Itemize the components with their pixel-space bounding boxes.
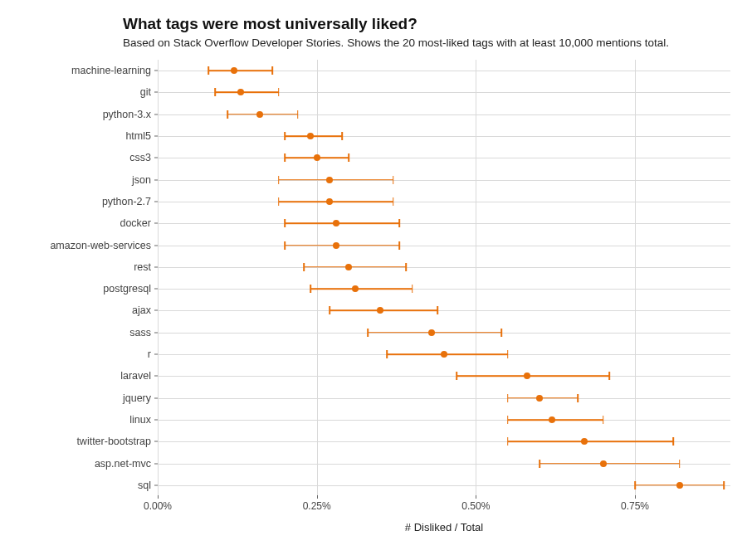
plot-area: 0.00%0.25%0.50%0.75%machine-learninggitp… — [158, 59, 730, 519]
errorbar-line — [208, 70, 272, 71]
y-tick-mark — [154, 332, 158, 333]
y-tick-label: r — [18, 348, 151, 360]
errorbar-cap — [393, 197, 394, 206]
y-tick-label: postgresql — [18, 283, 151, 295]
errorbar-cap — [456, 372, 458, 380]
y-tick-label: asp.net-mvc — [18, 458, 151, 470]
data-point — [326, 177, 333, 183]
errorbar-cap — [399, 241, 401, 250]
x-tick-label: 0.00% — [144, 500, 172, 512]
errorbar-cap — [386, 350, 388, 358]
errorbar-cap — [285, 241, 286, 250]
y-tick-label: linux — [18, 414, 151, 426]
y-tick-mark — [154, 441, 158, 442]
y-tick-label: html5 — [18, 130, 151, 142]
y-tick-label: laravel — [18, 370, 151, 382]
y-tick-label: python-3.x — [18, 109, 151, 120]
y-tick-label: machine-learning — [18, 65, 151, 76]
y-tick-mark — [154, 223, 158, 224]
errorbar-line — [540, 463, 680, 465]
data-point — [231, 67, 237, 74]
errorbar-cap — [672, 437, 674, 446]
y-tick-label: jquery — [18, 392, 151, 404]
errorbar-line — [508, 441, 673, 442]
errorbar-cap — [329, 306, 330, 314]
errorbar-cap — [367, 329, 369, 337]
data-point — [428, 329, 435, 336]
y-tick-mark — [154, 485, 158, 485]
x-axis-label: # Disliked / Total — [405, 521, 483, 533]
chart-subtitle: Based on Stack Overflow Developer Storie… — [123, 37, 730, 49]
data-point — [307, 133, 314, 139]
data-point — [581, 438, 588, 445]
errorbar-cap — [342, 132, 344, 140]
y-tick-mark — [154, 245, 158, 246]
y-tick-mark — [154, 289, 158, 290]
errorbar-cap — [539, 460, 540, 468]
gridline-vertical — [158, 60, 159, 495]
errorbar-line — [215, 92, 279, 94]
errorbar-cap — [399, 219, 401, 227]
errorbar-cap — [577, 394, 579, 402]
y-tick-label: twitter-bootstrap — [18, 436, 151, 447]
y-tick-mark — [154, 310, 158, 311]
y-tick-mark — [154, 201, 158, 202]
errorbar-cap — [297, 110, 299, 119]
errorbar-cap — [214, 88, 216, 96]
errorbar-line — [285, 222, 399, 224]
gridline-horizontal — [158, 376, 730, 377]
y-tick-mark — [154, 92, 158, 93]
y-tick-mark — [154, 71, 158, 71]
data-point — [536, 395, 543, 402]
x-tick-mark — [317, 495, 318, 499]
errorbar-cap — [208, 66, 210, 75]
x-tick-mark — [158, 495, 159, 499]
errorbar-cap — [393, 176, 394, 184]
errorbar-line — [279, 179, 393, 181]
x-tick-label: 0.75% — [621, 500, 649, 512]
data-point — [441, 351, 447, 358]
data-point — [237, 89, 244, 95]
errorbar-cap — [278, 197, 280, 206]
y-tick-label: css3 — [18, 152, 151, 163]
errorbar-cap — [437, 306, 439, 314]
y-tick-label: sql — [18, 480, 151, 491]
chart-title: What tags were most universally liked? — [123, 15, 730, 33]
y-tick-mark — [154, 114, 158, 114]
data-point — [352, 285, 359, 292]
errorbar-cap — [634, 481, 636, 489]
errorbar-cap — [603, 416, 604, 424]
gridline-horizontal — [158, 398, 730, 399]
data-point — [549, 416, 555, 423]
gridline-horizontal — [158, 420, 730, 421]
gridline-vertical — [317, 60, 318, 495]
errorbar-cap — [724, 481, 725, 489]
errorbar-cap — [507, 437, 509, 446]
errorbar-cap — [227, 110, 229, 119]
errorbar-cap — [679, 460, 681, 468]
data-point — [524, 373, 530, 379]
data-point — [333, 220, 339, 226]
data-point — [326, 198, 333, 205]
gridline-vertical — [635, 60, 636, 495]
gridline-horizontal — [158, 289, 730, 290]
y-tick-label: sass — [18, 327, 151, 338]
y-tick-label: git — [18, 86, 151, 98]
y-tick-mark — [154, 266, 158, 267]
gridline-horizontal — [158, 223, 730, 224]
y-tick-mark — [154, 376, 158, 377]
errorbar-cap — [278, 176, 280, 184]
errorbar-cap — [412, 285, 413, 293]
y-tick-label: rest — [18, 261, 151, 273]
data-point — [314, 154, 320, 161]
gridline-horizontal — [158, 136, 730, 137]
y-tick-mark — [154, 354, 158, 355]
errorbar-cap — [507, 350, 509, 358]
x-tick-mark — [635, 495, 636, 499]
gridline-horizontal — [158, 310, 730, 311]
gridline-horizontal — [158, 158, 730, 158]
data-point — [676, 482, 683, 489]
errorbar-cap — [271, 66, 273, 75]
data-point — [377, 307, 383, 314]
y-tick-label: docker — [18, 217, 151, 229]
